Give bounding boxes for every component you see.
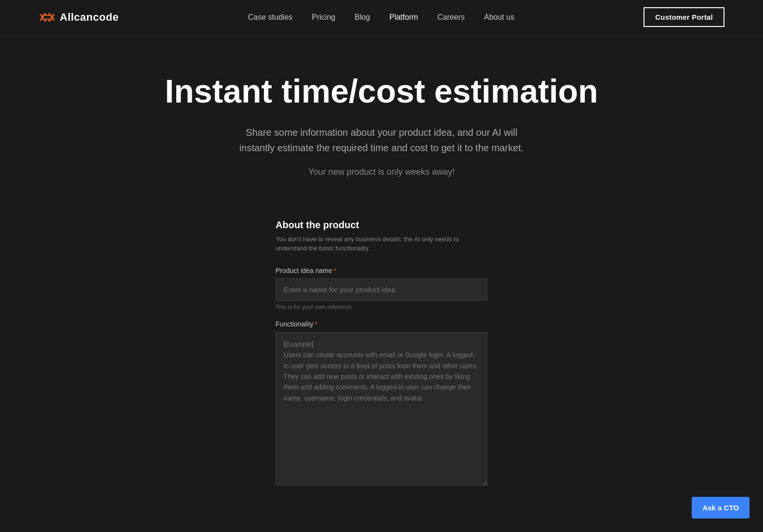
nav-case-studies[interactable]: Case studies	[248, 13, 293, 22]
product-name-group: Product idea name* This is for your own …	[276, 267, 487, 311]
functionality-textarea[interactable]	[276, 332, 487, 486]
form-section-title: About the product	[276, 220, 487, 231]
nav-careers[interactable]: Careers	[437, 13, 465, 22]
functionality-group: Functionality*	[276, 320, 487, 488]
form-section: About the product You don't have to reve…	[266, 220, 497, 488]
product-name-hint: This is for your own reference	[276, 304, 487, 311]
nav-about-us[interactable]: About us	[484, 13, 514, 22]
functionality-required-star: *	[315, 320, 317, 328]
product-name-input[interactable]	[276, 278, 487, 301]
required-star: *	[334, 267, 336, 274]
hero-title: Instant time/cost estimation	[19, 73, 744, 109]
logo-text: Allcancode	[60, 11, 118, 24]
hero-tagline: Your new product is only weeks away!	[19, 167, 744, 177]
logo-icon	[39, 9, 56, 26]
navbar: Allcancode Case studies Pricing Blog Pla…	[0, 0, 763, 35]
navbar-links: Case studies Pricing Blog Platform Caree…	[248, 13, 514, 22]
hero-section: Instant time/cost estimation Share some …	[0, 35, 763, 196]
logo-link[interactable]: Allcancode	[39, 9, 118, 26]
hero-subtitle: Share some information about your produc…	[227, 125, 536, 156]
ask-cto-button[interactable]: Ask a CTO	[692, 497, 750, 519]
functionality-label: Functionality*	[276, 320, 487, 328]
customer-portal-button[interactable]: Customer Portal	[644, 7, 724, 27]
nav-pricing[interactable]: Pricing	[312, 13, 335, 22]
nav-platform[interactable]: Platform	[389, 13, 418, 22]
nav-blog[interactable]: Blog	[355, 13, 370, 22]
form-section-desc: You don't have to reveal any business de…	[276, 234, 487, 253]
product-name-label: Product idea name*	[276, 267, 487, 274]
